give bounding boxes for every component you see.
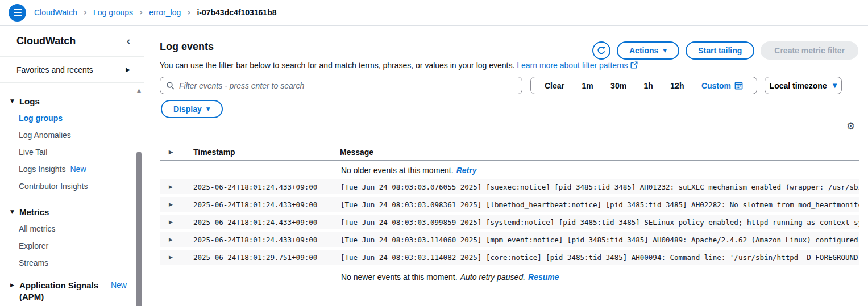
message-column-header: Message <box>329 148 859 157</box>
expand-row-icon[interactable]: ▶ <box>169 237 173 242</box>
auto-retry-paused-text: Auto retry paused. <box>460 273 525 282</box>
custom-label: Custom <box>701 81 731 90</box>
chevron-down-icon: ▼ <box>10 209 14 215</box>
chevron-right-icon: › <box>139 7 143 18</box>
sidebar-section-logs: ▼ Logs Log groups Log Anomalies Live Tai… <box>0 93 144 195</box>
table-row[interactable]: ▶ 2025-06-24T18:01:29.751+09:00 [Tue Jun… <box>160 250 859 265</box>
new-badge-link[interactable]: New <box>111 280 127 290</box>
no-newer-events-text: No newer events at this moment. <box>341 273 458 282</box>
event-timestamp: 2025-06-24T18:01:24.433+09:00 <box>182 218 328 227</box>
apm-section-label: Application Signals (APM) <box>19 280 106 303</box>
log-events-table: ▶ Timestamp Message No older events at t… <box>160 144 859 287</box>
event-message: [Tue Jun 24 08:03:03.114060 2025] [mpm_e… <box>328 236 859 244</box>
sidebar-item-label: Contributor Insights <box>19 182 88 191</box>
description-text: You can use the filter bar below to sear… <box>160 61 514 70</box>
expand-row-icon[interactable]: ▶ <box>169 220 173 225</box>
table-row[interactable]: ▶ 2025-06-24T18:01:24.433+09:00 [Tue Jun… <box>160 215 859 229</box>
table-row[interactable]: ▶ 2025-06-24T18:01:24.433+09:00 [Tue Jun… <box>160 232 859 247</box>
time-range-clear[interactable]: Clear <box>545 81 564 90</box>
event-message: [Tue Jun 24 08:03:03.099859 2025] [syste… <box>328 218 859 227</box>
search-icon <box>166 81 175 90</box>
breadcrumb-log-groups[interactable]: Log groups <box>93 8 133 17</box>
event-timestamp: 2025-06-24T18:01:29.751+09:00 <box>182 253 328 262</box>
caret-down-icon: ▼ <box>206 107 210 112</box>
settings-gear-icon[interactable]: ⚙ <box>846 121 855 131</box>
hamburger-icon <box>14 9 22 10</box>
resume-link[interactable]: Resume <box>528 273 559 282</box>
filter-events-input[interactable] <box>179 81 516 90</box>
time-range-12h[interactable]: 12h <box>670 81 684 90</box>
new-badge-link[interactable]: New <box>70 165 86 174</box>
table-header-row: ▶ Timestamp Message <box>160 144 859 161</box>
event-timestamp: 2025-06-24T18:01:24.433+09:00 <box>182 236 328 244</box>
sidebar-item-explorer[interactable]: Explorer <box>0 237 144 254</box>
learn-more-link[interactable]: Learn more about filter patterns <box>517 61 628 70</box>
sidebar-item-label: Streams <box>19 258 48 267</box>
sidebar-item-favorites[interactable]: Favorites and recents ▶ <box>0 57 144 83</box>
favorites-label: Favorites and recents <box>16 65 93 74</box>
sidebar-item-log-groups[interactable]: Log groups <box>0 110 144 127</box>
sidebar-title: CloudWatch <box>16 35 76 47</box>
table-row[interactable]: ▶ 2025-06-24T18:01:24.433+09:00 [Tue Jun… <box>160 179 859 194</box>
hamburger-menu-button[interactable] <box>9 4 26 22</box>
sidebar-item-log-anomalies[interactable]: Log Anomalies <box>0 127 144 144</box>
display-button[interactable]: Display ▼ <box>161 100 223 118</box>
event-message: [Tue Jun 24 08:03:03.076055 2025] [suexe… <box>328 183 859 191</box>
chevron-down-icon: ▼ <box>10 99 14 104</box>
no-older-events-row: No older events at this moment. Retry <box>160 161 859 179</box>
event-message: [Tue Jun 24 08:03:03.114082 2025] [core:… <box>328 253 859 262</box>
event-message: [Tue Jun 24 08:03:03.098361 2025] [lbmet… <box>328 200 859 209</box>
sidebar: CloudWatch ‹ Favorites and recents ▶ ▼ L… <box>0 26 144 306</box>
sidebar-section-metrics: ▼ Metrics All metrics Explorer Streams <box>0 203 144 271</box>
create-metric-filter-button[interactable]: Create metric filter <box>761 41 858 60</box>
sidebar-scrollbar-thumb[interactable] <box>136 152 142 306</box>
expand-row-icon[interactable]: ▶ <box>169 255 173 260</box>
refresh-button[interactable] <box>592 41 610 60</box>
scrollbar-up-icon[interactable]: ▲ <box>137 88 141 93</box>
time-range-1m[interactable]: 1m <box>582 81 593 90</box>
top-navigation-bar: CloudWatch › Log groups › error_log › i-… <box>0 0 868 26</box>
filter-events-searchbox <box>160 77 522 94</box>
expand-all-icon[interactable]: ▶ <box>169 149 173 155</box>
sidebar-item-logs-insights[interactable]: Logs Insights New <box>0 161 144 178</box>
time-range-selector: Clear 1m 30m 1h 12h Custom <box>530 77 757 94</box>
chevron-right-icon: › <box>84 7 87 18</box>
sidebar-section-header-logs[interactable]: ▼ Logs <box>0 93 144 110</box>
sidebar-item-label: Live Tail <box>19 148 47 157</box>
expand-row-icon[interactable]: ▶ <box>169 185 173 190</box>
create-metric-filter-label: Create metric filter <box>774 46 845 55</box>
time-range-30m[interactable]: 30m <box>610 81 626 90</box>
breadcrumb: CloudWatch › Log groups › error_log › i-… <box>34 7 277 18</box>
sidebar-item-label: Log groups <box>19 114 63 123</box>
actions-button[interactable]: Actions ▼ <box>617 41 679 60</box>
sidebar-item-all-metrics[interactable]: All metrics <box>0 220 144 237</box>
sidebar-nav: ▼ Logs Log groups Log Anomalies Live Tai… <box>0 83 144 303</box>
event-timestamp: 2025-06-24T18:01:24.433+09:00 <box>182 183 328 191</box>
chevron-right-icon: ▶ <box>126 67 130 73</box>
timezone-dropdown[interactable]: Local timezone ▼ <box>765 77 842 94</box>
breadcrumb-error-log[interactable]: error_log <box>149 8 181 17</box>
expand-row-icon[interactable]: ▶ <box>169 202 173 207</box>
sidebar-section-header-application-signals[interactable]: ▶ Application Signals (APM) New <box>0 280 144 303</box>
caret-down-icon: ▼ <box>833 83 837 89</box>
actions-button-label: Actions <box>629 46 658 55</box>
sidebar-item-streams[interactable]: Streams <box>0 254 144 271</box>
sidebar-item-live-tail[interactable]: Live Tail <box>0 144 144 161</box>
page-title: Log events <box>160 41 214 53</box>
no-older-events-text: No older events at this moment. <box>341 166 454 175</box>
start-tailing-button[interactable]: Start tailing <box>686 41 754 60</box>
calendar-icon <box>734 81 743 90</box>
sidebar-item-contributor-insights[interactable]: Contributor Insights <box>0 178 144 195</box>
main-content: Log events Actions ▼ Start tailing Creat… <box>144 26 868 306</box>
time-range-1h[interactable]: 1h <box>644 81 653 90</box>
time-range-custom[interactable]: Custom <box>701 81 743 90</box>
breadcrumb-current-stream: i-07b43dc4f103161b8 <box>197 8 276 17</box>
refresh-icon <box>597 46 606 55</box>
breadcrumb-cloudwatch[interactable]: CloudWatch <box>34 8 77 17</box>
table-row[interactable]: ▶ 2025-06-24T18:01:24.433+09:00 [Tue Jun… <box>160 197 859 212</box>
sidebar-collapse-icon[interactable]: ‹ <box>127 35 130 47</box>
sidebar-item-label: Log Anomalies <box>19 131 71 140</box>
retry-link[interactable]: Retry <box>456 166 477 175</box>
sidebar-section-header-metrics[interactable]: ▼ Metrics <box>0 203 144 220</box>
header-actions: Actions ▼ Start tailing Create metric fi… <box>592 41 858 60</box>
